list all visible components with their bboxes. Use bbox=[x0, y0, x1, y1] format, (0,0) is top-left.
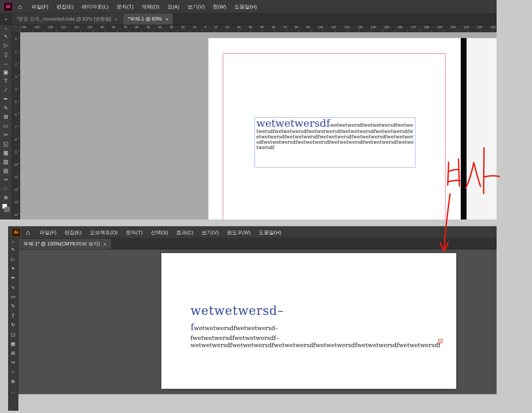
mesh-tool[interactable]: ⊞ bbox=[8, 348, 18, 358]
rectangle-tool[interactable]: ▭ bbox=[8, 292, 18, 301]
panel-expand-icon[interactable]: » bbox=[0, 13, 12, 25]
pen-tool[interactable]: ✒ bbox=[8, 273, 18, 283]
menu-item[interactable]: 파일(F) bbox=[27, 0, 52, 13]
gradient-swatch-tool[interactable]: ▦ bbox=[0, 148, 12, 157]
ruler-label: 150 bbox=[21, 26, 26, 32]
ruler-label: 80 bbox=[295, 26, 298, 32]
artboard[interactable]: wetwetwersd– fwetwetwersdfwetwetwersd– f… bbox=[161, 253, 456, 389]
menu-item[interactable]: 표(A) bbox=[163, 0, 183, 13]
tab-close-icon[interactable]: × bbox=[165, 17, 168, 22]
menu-item[interactable]: 보기(V) bbox=[183, 0, 208, 13]
vertical-ruler-labels: 01234567891011121314 bbox=[12, 32, 20, 219]
overset-text-icon[interactable]: + bbox=[438, 339, 442, 343]
type-tool[interactable]: T bbox=[8, 311, 18, 320]
toolbar-collapse-icon[interactable]: » bbox=[0, 26, 12, 32]
menu-item[interactable]: 윈도우(W) bbox=[223, 226, 255, 239]
illustrator-canvas[interactable]: wetwetwersd– fwetwetwersdfwetwetwersd– f… bbox=[18, 250, 497, 394]
horizontal-ruler[interactable]: 1501401301201101009080706050403020100102… bbox=[12, 25, 497, 32]
illustrator-app-icon[interactable]: Ai bbox=[12, 228, 21, 237]
tab-close-icon[interactable]: × bbox=[115, 17, 117, 22]
ruler-label: 13 bbox=[12, 201, 20, 213]
edit-toolbar-button[interactable]: … bbox=[8, 386, 18, 396]
rotate-tool[interactable]: ↻ bbox=[8, 320, 18, 330]
menu-item[interactable]: 오브젝트(O) bbox=[86, 226, 122, 239]
curvature-tool[interactable]: ∿ bbox=[8, 283, 18, 292]
home-icon[interactable]: ⌂ bbox=[18, 3, 22, 10]
ruler-label: 30 bbox=[237, 26, 241, 32]
ruler-label: 2 bbox=[12, 63, 20, 75]
body-text-line: wetwetwersdfwetwetwersdfwetwetwersdfwetw… bbox=[190, 342, 450, 348]
indesign-app-icon[interactable]: Id bbox=[4, 2, 13, 11]
ruler-label: 60 bbox=[272, 26, 275, 32]
vertical-ruler[interactable]: 01234567891011121314 bbox=[12, 32, 20, 219]
menu-item[interactable]: 문자(T) bbox=[122, 226, 147, 239]
ruler-label: 140 bbox=[35, 26, 40, 32]
ruler-label: 50 bbox=[260, 26, 264, 32]
line-tool[interactable]: ∕ bbox=[0, 86, 12, 95]
tab-close-icon[interactable]: × bbox=[104, 241, 106, 247]
ruler-origin-corner[interactable] bbox=[12, 25, 20, 32]
ruler-label: 60 bbox=[135, 26, 138, 32]
toolbar-collapse-icon[interactable]: » bbox=[8, 239, 18, 245]
menu-item[interactable]: 편집(E) bbox=[52, 0, 78, 13]
document-page[interactable]: wetwetwersdfwetwetwersdfwetwetwersdfwetw… bbox=[208, 38, 461, 219]
content-collector-tool[interactable]: ▣ bbox=[0, 68, 12, 77]
menu-item[interactable]: 편집(E) bbox=[61, 226, 86, 239]
pasteboard-right bbox=[467, 38, 497, 219]
document-tab[interactable]: 무제-1* @ 100%(CMYK/미리 보기) × bbox=[18, 239, 112, 249]
zoom-tool[interactable]: ⊕ bbox=[0, 193, 12, 202]
type-tool[interactable]: T bbox=[0, 77, 12, 86]
heading-text: wetwetwersdf bbox=[256, 117, 330, 129]
document-tab[interactable]: *문장 간격_converted.indd @ 83% [변환됨] × bbox=[12, 13, 123, 25]
menu-item[interactable]: 파일(F) bbox=[35, 226, 61, 239]
note-tool[interactable]: ▤ bbox=[0, 166, 12, 175]
zoom-tool[interactable]: ⊕ bbox=[8, 377, 18, 386]
selection-tool[interactable]: ↖ bbox=[8, 245, 18, 254]
indesign-toolbar: » ↖▷▯↔▣T∕✒✎⊠▭✂◱▦▨▤✑☞⊕ bbox=[0, 25, 12, 219]
rectangle-tool[interactable]: ▭ bbox=[0, 121, 12, 130]
menu-item[interactable]: 레이아웃(L) bbox=[78, 0, 112, 13]
ruler-label: 80 bbox=[112, 26, 116, 32]
eyedropper-tool[interactable]: ✑ bbox=[8, 358, 18, 367]
gradient-feather-tool[interactable]: ▨ bbox=[0, 157, 12, 166]
magic-wand-tool[interactable]: ✶ bbox=[8, 264, 18, 273]
page-tool[interactable]: ▯ bbox=[0, 50, 12, 59]
fill-stroke-swatches[interactable] bbox=[2, 204, 9, 212]
menu-item[interactable]: 도움말(H) bbox=[230, 0, 261, 13]
tab-label: *무제-1 @ 83% bbox=[128, 16, 162, 22]
menu-item[interactable]: 보기(V) bbox=[198, 226, 223, 239]
pen-tool[interactable]: ✒ bbox=[0, 95, 12, 103]
paintbrush-tool[interactable]: ✎ bbox=[8, 301, 18, 311]
menu-item[interactable]: 도움말(H) bbox=[255, 226, 285, 239]
home-icon[interactable]: ⌂ bbox=[26, 228, 30, 236]
menu-item[interactable]: 문자(T) bbox=[112, 0, 138, 13]
rectangle-frame-tool[interactable]: ⊠ bbox=[0, 112, 12, 121]
gradient-tool[interactable]: ▦ bbox=[8, 339, 18, 348]
desktop: Id ⌂ 파일(F)편집(E)레이아웃(L)문자(T)개체(O)표(A)보기(V… bbox=[0, 0, 532, 413]
hand-tool[interactable]: ☞ bbox=[0, 184, 12, 193]
direct-selection-tool[interactable]: ▷ bbox=[8, 254, 18, 264]
text-frame[interactable]: wetwetwersdfwetwetwersdfwetwetwersdfwetw… bbox=[255, 117, 415, 168]
ruler-label: 170 bbox=[411, 26, 416, 32]
document-tab[interactable]: *무제-1 @ 83% × bbox=[123, 13, 174, 25]
direct-selection-tool[interactable]: ▷ bbox=[0, 41, 12, 50]
selection-tool[interactable]: ↖ bbox=[0, 32, 12, 41]
menu-item[interactable]: 선택(S) bbox=[147, 226, 172, 239]
menu-item[interactable]: 개체(O) bbox=[138, 0, 164, 13]
indesign-window: Id ⌂ 파일(F)편집(E)레이아웃(L)문자(T)개체(O)표(A)보기(V… bbox=[0, 0, 497, 219]
scale-tool[interactable]: ◲ bbox=[8, 330, 18, 339]
scissors-tool[interactable]: ✂ bbox=[0, 130, 12, 139]
illustrator-menubar: Ai ⌂ 파일(F)편집(E)오브젝트(O)문자(T)선택(S)효과(C)보기(… bbox=[8, 226, 497, 239]
ruler-label: 5 bbox=[12, 100, 20, 113]
eyedropper-tool[interactable]: ✑ bbox=[0, 175, 12, 184]
menu-item[interactable]: 창(W) bbox=[209, 0, 230, 13]
hand-tool[interactable]: ☞ bbox=[8, 367, 18, 377]
artboard-text-block[interactable]: wetwetwersd– fwetwetwersdfwetwetwersd– f… bbox=[190, 304, 450, 348]
menu-item[interactable]: 효과(C) bbox=[172, 226, 198, 239]
pencil-tool[interactable]: ✎ bbox=[0, 103, 12, 112]
indesign-pasteboard[interactable]: wetwetwersdfwetwetwersdfwetwetwersdfwetw… bbox=[20, 32, 497, 219]
gap-tool[interactable]: ↔ bbox=[0, 59, 12, 68]
ruler-label: 30 bbox=[170, 26, 173, 32]
ruler-label: 11 bbox=[12, 176, 20, 188]
free-transform-tool[interactable]: ◱ bbox=[0, 139, 12, 148]
